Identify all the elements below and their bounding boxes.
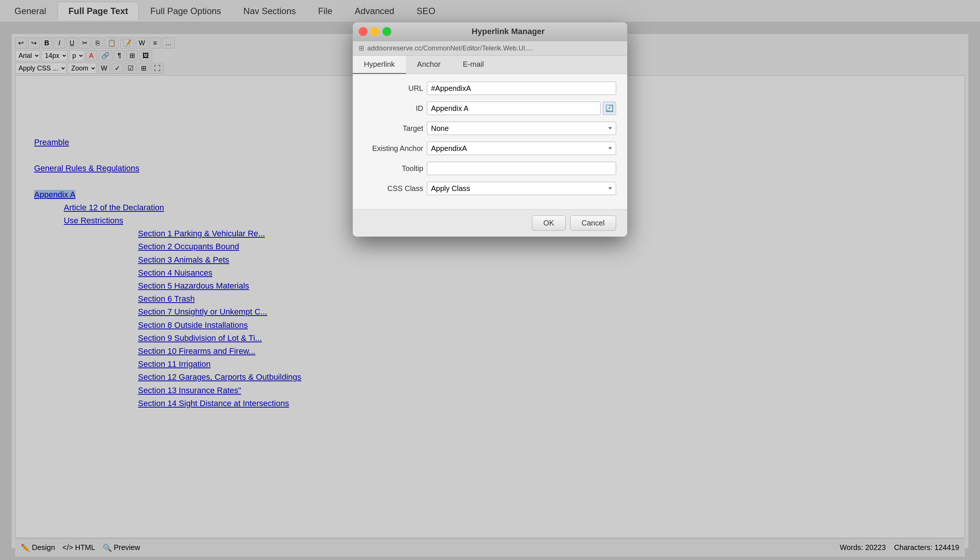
cancel-button[interactable]: Cancel (570, 215, 616, 231)
traffic-lights (359, 27, 391, 36)
dialog-tab-email[interactable]: E-mail (452, 56, 495, 74)
css-class-row: CSS Class Apply Class (364, 182, 616, 195)
target-label: Target (364, 124, 423, 133)
ok-button[interactable]: OK (532, 215, 566, 231)
tooltip-input[interactable] (427, 162, 616, 175)
tooltip-row: Tooltip (364, 162, 616, 175)
existing-anchor-label: Existing Anchor (364, 144, 423, 153)
dialog-footer: OK Cancel (353, 209, 627, 237)
dialog-address-bar: ⊞ addisonreserve.cc/CommonNet/Editor/Tel… (353, 41, 627, 56)
css-class-label: CSS Class (364, 184, 423, 193)
dialog-title: Hyperlink Manager (395, 27, 621, 36)
id-refresh-button[interactable]: 🔄 (603, 102, 616, 115)
minimize-window-button[interactable] (370, 27, 380, 36)
dialog-tab-hyperlink[interactable]: Hyperlink (353, 56, 406, 74)
dialog-tab-bar: Hyperlink Anchor E-mail (353, 56, 627, 74)
address-icon: ⊞ (359, 44, 364, 52)
id-input[interactable] (427, 102, 600, 115)
id-label: ID (364, 104, 423, 113)
target-row: Target None _blank _self _parent _top (364, 122, 616, 135)
url-row: URL (364, 82, 616, 95)
url-label: URL (364, 84, 423, 93)
id-field-group: 🔄 (427, 102, 616, 115)
existing-anchor-row: Existing Anchor AppendixA Preamble Gener… (364, 142, 616, 155)
css-class-select[interactable]: Apply Class (427, 182, 616, 195)
dialog-tab-anchor[interactable]: Anchor (406, 56, 452, 74)
dialog-titlebar: Hyperlink Manager (353, 22, 627, 41)
hyperlink-manager-dialog: Hyperlink Manager ⊞ addisonreserve.cc/Co… (353, 22, 627, 237)
existing-anchor-select[interactable]: AppendixA Preamble GeneralRules Article1… (427, 142, 616, 155)
dialog-address-text: addisonreserve.cc/CommonNet/Editor/Teler… (367, 45, 533, 52)
dialog-body: URL ID 🔄 Target None _blank _self _paren… (353, 74, 627, 209)
tooltip-label: Tooltip (364, 164, 423, 173)
target-select[interactable]: None _blank _self _parent _top (427, 122, 616, 135)
url-input[interactable] (427, 82, 616, 95)
id-row: ID 🔄 (364, 102, 616, 115)
maximize-window-button[interactable] (382, 27, 391, 36)
modal-overlay: Hyperlink Manager ⊞ addisonreserve.cc/Co… (0, 0, 980, 560)
close-window-button[interactable] (359, 27, 368, 36)
